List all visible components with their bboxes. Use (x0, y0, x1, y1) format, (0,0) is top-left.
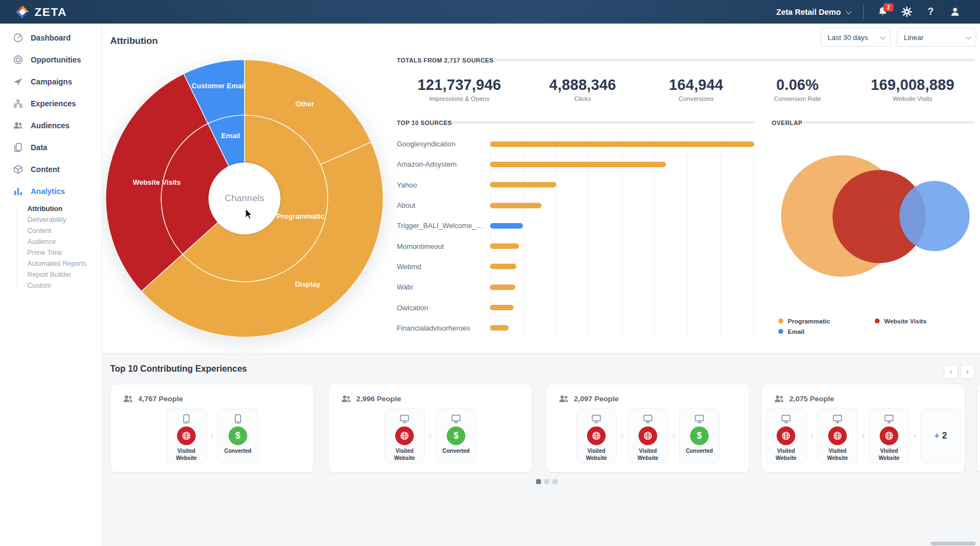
sidebar-item-dashboard[interactable]: Dashboard (0, 27, 101, 49)
experience-card-partial[interactable] (977, 384, 980, 473)
legend-label: Email (788, 328, 805, 335)
settings-button[interactable] (894, 0, 919, 24)
sidebar-item-label: Campaigns (31, 77, 72, 86)
source-row[interactable]: Trigger_BALI_Welcome_T... (397, 215, 754, 236)
venn-circle-email[interactable] (899, 181, 970, 251)
people-icon (13, 121, 23, 130)
horizontal-scrollbar-thumb[interactable] (931, 542, 976, 545)
more-steps-tile[interactable]: +2 (920, 408, 961, 463)
experience-card-header: 2,097 People (559, 394, 619, 404)
sidebar-item-opportunities[interactable]: Opportunities (0, 49, 101, 71)
experience-steps: Visited Website›$Converted (111, 408, 314, 463)
sidebar-subitem-attribution[interactable]: Attribution (0, 203, 101, 214)
stat-label: Impressions & Opens (399, 95, 520, 102)
overlap-venn-chart[interactable] (772, 136, 976, 307)
account-name: Zeta Retail Demo (776, 8, 841, 16)
top-nav: ZETA Zeta Retail Demo 2 (0, 0, 980, 24)
carousel-prev-button[interactable]: ‹ (944, 365, 958, 379)
more-steps-count: 2 (942, 431, 947, 441)
help-button[interactable]: ? (919, 0, 943, 24)
sidebar-item-label: Opportunities (31, 55, 81, 64)
sunburst-label: Other (295, 100, 315, 108)
experience-steps: Visited Website›Visited Website›Visited … (762, 408, 965, 463)
analytics-subnav: AttributionDeliverabilityContentAudience… (0, 203, 101, 291)
experience-step-converted: $Converted (436, 408, 476, 463)
top-sources-chart: GooglesyndicationAmazon-AdsystemYahooAbo… (397, 134, 754, 339)
source-row[interactable]: About (397, 195, 754, 215)
sidebar-item-campaigns[interactable]: Campaigns (0, 71, 101, 93)
sidebar-item-audiences[interactable]: Audiences (0, 115, 101, 136)
experience-card-header: 2,996 People (341, 394, 401, 404)
sidebar-item-content[interactable]: Content (0, 158, 101, 180)
source-label: Momontimeout (397, 242, 485, 251)
experience-card[interactable]: 2,097 PeopleVisited Website›Visited Webs… (546, 384, 750, 473)
sidebar-item-analytics[interactable]: Analytics (0, 180, 101, 202)
date-range-select[interactable]: Last 30 days (821, 28, 891, 47)
carousel-dot[interactable] (536, 479, 541, 484)
chevron-down-icon (880, 34, 886, 39)
source-row[interactable]: Amazon-Adsystem (397, 154, 754, 174)
sources-rule (443, 121, 754, 124)
experience-step-visited-website: Visited Website (576, 408, 617, 463)
experience-steps: Visited Website›$Converted (329, 408, 532, 463)
cube-icon (13, 164, 23, 174)
step-label: Converted (686, 448, 713, 455)
zeta-logo[interactable]: ZETA (15, 5, 67, 19)
bar-chart-icon (13, 186, 23, 196)
experience-card[interactable]: 2,996 PeopleVisited Website›$Converted (328, 384, 532, 473)
source-row[interactable]: Webmd (397, 257, 754, 277)
sidebar-item-label: Data (31, 143, 47, 152)
sidebar-item-label: Experiences (31, 99, 76, 108)
sidebar-subitem-prime-time[interactable]: Prime Time (0, 247, 101, 258)
source-label: Wabi (397, 283, 485, 291)
visited-website-icon (395, 426, 414, 445)
chevron-down-icon (966, 34, 971, 39)
source-row[interactable]: Yahoo (397, 175, 754, 195)
account-switcher[interactable]: Zeta Retail Demo (776, 8, 860, 16)
experience-card[interactable]: 2,075 PeopleVisited Website›Visited Webs… (761, 384, 965, 473)
stat-value: 121,737,946 (399, 77, 520, 94)
sunburst-label: Website Visits (133, 178, 181, 186)
source-bar (490, 223, 523, 229)
sidebar-subitem-automated-reports[interactable]: Automated Reports (0, 258, 101, 269)
experience-step-visited-website: Visited Website (817, 408, 858, 463)
logo-text: ZETA (35, 5, 67, 19)
source-row[interactable]: Wabi (397, 277, 754, 297)
source-row[interactable]: Owlcation (397, 297, 754, 317)
chevron-down-icon (846, 8, 852, 14)
carousel-dot[interactable] (552, 479, 557, 484)
people-icon (774, 394, 784, 404)
sidebar-subitem-deliverability[interactable]: Deliverability (0, 214, 101, 225)
user-menu-button[interactable] (943, 0, 967, 24)
source-row[interactable]: Momontimeout (397, 236, 754, 256)
visited-website-icon (828, 426, 847, 445)
sunburst-label: Display (295, 280, 321, 288)
stat-clicks: 4,888,346Clicks (522, 77, 643, 102)
totals-heading: TOTALS FROM 2,717 SOURCES (397, 57, 493, 64)
sidebar-subitem-content[interactable]: Content (0, 225, 101, 236)
carousel-dot[interactable] (544, 479, 549, 484)
sidebar-item-experiences[interactable]: Experiences (0, 93, 101, 115)
experience-step-visited-website: Visited Website (628, 408, 668, 463)
attribution-model-select[interactable]: Linear (897, 28, 976, 47)
carousel-next-button[interactable]: › (960, 365, 975, 379)
notifications-button[interactable]: 2 (870, 0, 894, 24)
source-row[interactable]: Googlesyndication (397, 134, 754, 154)
app-window: ZETA Zeta Retail Demo 2 (0, 0, 980, 546)
monitor-icon (400, 414, 409, 424)
source-bar (490, 162, 666, 167)
sidebar-subitem-audience[interactable]: Audience (0, 236, 101, 247)
stat-value: 0.06% (737, 77, 858, 94)
people-count: 2,996 People (356, 395, 401, 403)
source-row[interactable]: Financialadvisorheroes (397, 318, 754, 338)
help-icon: ? (928, 6, 934, 18)
people-icon (123, 394, 133, 404)
source-bar (490, 141, 754, 147)
paper-plane-icon (13, 77, 23, 87)
phone-icon (233, 414, 243, 424)
sidebar-subitem-custom[interactable]: Custom (0, 280, 101, 291)
channels-sunburst-chart[interactable]: Customer EmailOtherEmailWebsite VisitsPr… (106, 60, 383, 337)
sidebar-subitem-report-builder[interactable]: Report Builder (0, 269, 101, 280)
sidebar-item-data[interactable]: Data (0, 136, 101, 158)
experience-card[interactable]: 4,767 PeopleVisited Website›$Converted (110, 384, 314, 473)
